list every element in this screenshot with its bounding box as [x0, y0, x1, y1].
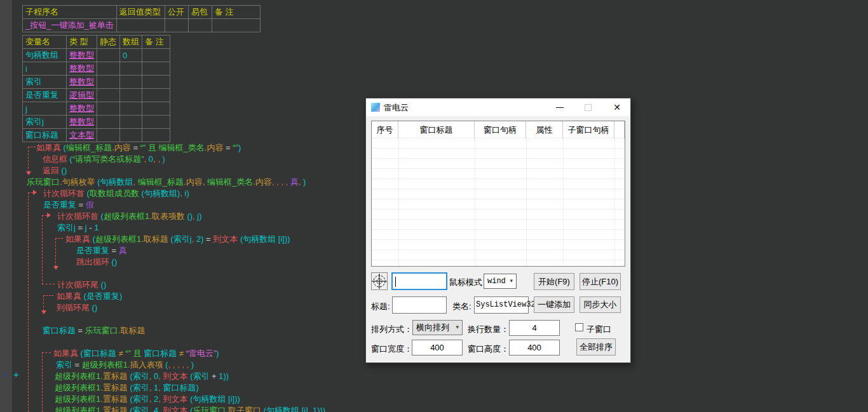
code-line[interactable]: 计次循环尾 () [57, 279, 106, 291]
variable-cell[interactable] [97, 116, 120, 129]
code-token: 索引 [133, 383, 149, 392]
code-line[interactable]: 如果真 (窗口标题 ≠ “” 且 窗口标题 ≠ “雷电云”) [53, 348, 219, 359]
sync-size-button[interactable]: 同步大小 [580, 296, 621, 313]
window-titlebar[interactable]: 雷电云 ✕ [366, 98, 630, 116]
window-listview[interactable]: 序号窗口标题窗口句柄属性子窗口句柄 [371, 121, 625, 267]
variable-cell[interactable] [142, 102, 170, 116]
variable-cell[interactable] [120, 102, 142, 116]
code-line[interactable]: 索引 = 超级列表框1.插入表项 (, , , , , ) [56, 359, 194, 371]
variable-cell[interactable] [97, 129, 120, 142]
variable-cell[interactable] [97, 49, 120, 62]
variable-cell[interactable]: 文本型 [67, 129, 97, 142]
variable-cell[interactable] [142, 89, 170, 102]
variable-cell[interactable] [120, 116, 142, 129]
code-line[interactable]: 跳出循环 () [76, 256, 117, 268]
listview-column-header[interactable]: 序号 [372, 121, 398, 138]
variable-cell[interactable]: 整数型 [67, 76, 97, 89]
stop-button[interactable]: 停止(F10) [580, 273, 621, 290]
variable-cell[interactable] [120, 76, 142, 89]
subroutine-cell[interactable] [165, 19, 188, 32]
code-line[interactable]: 索引j = j - 1 [57, 222, 98, 234]
variable-cell[interactable]: 是否重复 [23, 89, 67, 102]
variable-cell[interactable]: 索引 [23, 76, 67, 89]
wrap-count-input[interactable]: 4 [509, 320, 560, 336]
code-token: ( [78, 349, 83, 358]
code-token: ( [98, 211, 104, 221]
code-token: 超级列表框1 [55, 383, 100, 392]
variable-cell[interactable]: 窗口标题 [23, 129, 67, 142]
sort-all-button[interactable]: 全部排序 [576, 338, 616, 356]
variable-cell[interactable] [97, 62, 120, 76]
code-line[interactable]: 乐玩窗口.句柄枚举 (句柄数组, 编辑框_标题.内容, 编辑框_类名.内容, ,… [27, 176, 306, 188]
variable-cell[interactable] [142, 62, 170, 76]
listview-body[interactable] [372, 138, 625, 266]
code-line[interactable]: 返回 () [43, 165, 67, 176]
window-height-input[interactable]: 400 [509, 340, 560, 356]
variable-cell[interactable]: 索引j [23, 116, 67, 129]
maximize-button[interactable] [577, 98, 599, 116]
code-line[interactable]: 信息框 (“请填写类名或标题”, 0, , ) [43, 154, 165, 165]
subroutine-cell[interactable] [116, 19, 165, 32]
variable-cell[interactable] [120, 129, 142, 142]
code-line[interactable]: 超级列表框1.置标题 (索引, 0, 到文本 (索引 + 1)) [55, 371, 229, 382]
code-token: = [223, 143, 233, 152]
code-line[interactable]: 超级列表框1.置标题 (索引, 2, 到文本 (句柄数组 [i])) [55, 394, 240, 405]
code-line[interactable]: 计次循环首 (取数组成员数 (句柄数组), i) [43, 188, 189, 199]
code-line[interactable]: 如果真 (编辑框_标题.内容 = “” 且 编辑框_类名.内容 = “”) [36, 142, 241, 154]
code-line[interactable]: 如果真 (是否重复) [57, 291, 122, 302]
code-line[interactable]: 是否重复 = 假 [43, 199, 94, 211]
start-button[interactable]: 开始(F9) [534, 273, 574, 290]
variable-cell[interactable] [142, 49, 170, 62]
variable-cell[interactable] [97, 76, 120, 89]
variable-cell[interactable] [97, 102, 120, 116]
code-token: 且 [131, 349, 144, 358]
add-button[interactable]: 一键添加 [534, 296, 574, 313]
code-token: , [133, 177, 138, 187]
variable-cell[interactable]: 整数型 [67, 62, 97, 76]
code-line[interactable]: 计次循环首 (超级列表框1.取表项数 (), j) [57, 211, 202, 222]
title-input[interactable] [392, 296, 447, 314]
fold-plus-icon[interactable]: + [13, 369, 19, 380]
minimize-button[interactable] [549, 98, 571, 116]
listview-column-header[interactable]: 属性 [526, 121, 563, 138]
subroutine-cell[interactable] [188, 19, 212, 32]
variable-cell[interactable] [142, 76, 170, 89]
variable-cell[interactable] [142, 129, 170, 142]
code-token: ( [61, 143, 66, 152]
class-input[interactable]: SysListView32 [474, 296, 529, 314]
variable-cell[interactable]: 整数型 [67, 116, 97, 129]
subroutine-cell[interactable] [212, 19, 260, 32]
mouse-mode-select[interactable]: wind ▾ [484, 274, 517, 289]
listview-gridline [614, 138, 615, 266]
variable-cell[interactable]: 句柄数组 [23, 49, 67, 62]
variable-cell[interactable]: i [23, 62, 67, 76]
child-window-checkbox[interactable] [575, 323, 583, 331]
variable-cell[interactable] [120, 62, 142, 76]
variable-cell[interactable]: 0 [120, 49, 142, 62]
code-line[interactable]: 超级列表框1.置标题 (索引, 4, 到文本 (乐玩窗口.取子窗口 (句柄数组 … [55, 405, 325, 412]
variable-cell[interactable]: 整数型 [67, 102, 97, 116]
variable-cell[interactable] [142, 116, 170, 129]
code-line[interactable]: 到循环尾 () [57, 302, 97, 314]
code-line[interactable]: 超级列表框1.置标题 (索引, 1, 窗口标题) [55, 382, 199, 394]
code-line[interactable]: 如果真 (超级列表框1.取标题 (索引j, 2) = 到文本 (句柄数组 [i]… [65, 234, 290, 245]
variable-cell[interactable] [97, 89, 120, 102]
code-line[interactable]: 窗口标题 = 乐玩窗口.取标题 [43, 325, 145, 336]
flow-line [43, 295, 53, 296]
variable-row: 是否重复逻辑型 [23, 89, 170, 102]
listview-column-header[interactable]: 子窗口句柄 [563, 121, 614, 138]
variable-cell[interactable] [120, 89, 142, 102]
finder-tool-button[interactable] [371, 272, 388, 290]
subroutine-cell[interactable]: _按钮_一键添加_被单击 [23, 19, 117, 32]
listview-column-header[interactable]: 窗口标题 [398, 121, 475, 138]
variable-cell[interactable]: 整数型 [67, 49, 97, 62]
variable-cell[interactable]: 逻辑型 [67, 89, 97, 102]
target-window-input[interactable] [391, 272, 447, 290]
variable-cell[interactable]: j [23, 102, 67, 116]
close-button[interactable]: ✕ [606, 98, 628, 116]
arrange-mode-select[interactable]: 横向排列 ▾ [412, 320, 463, 335]
code-line[interactable]: 是否重复 = 真 [76, 245, 127, 256]
listview-column-header[interactable]: 窗口句柄 [475, 121, 526, 138]
flow-arrow-right [33, 190, 37, 195]
window-width-input[interactable]: 400 [412, 340, 463, 356]
